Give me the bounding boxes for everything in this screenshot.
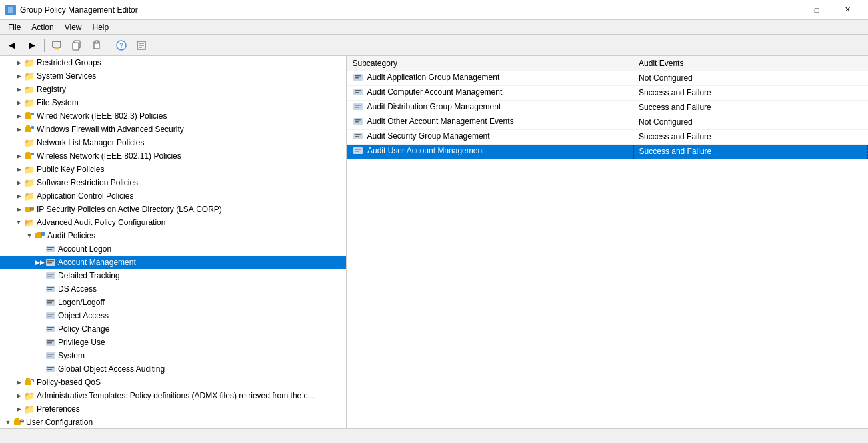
tree-panel[interactable]: 📁 Restricted Groups 📁 System Services 📁 …	[0, 56, 347, 428]
up-button[interactable]	[47, 37, 66, 54]
svg-text:🔒: 🔒	[30, 207, 35, 211]
tree-item-global-object-access[interactable]: Global Object Access Auditing	[0, 362, 346, 376]
expander-public-key[interactable]	[13, 164, 24, 175]
expander-restricted-groups[interactable]	[13, 57, 24, 68]
tree-scroll[interactable]: 📁 Restricted Groups 📁 System Services 📁 …	[0, 56, 346, 428]
tree-item-audit-policies[interactable]: Audit Policies	[0, 229, 346, 242]
tree-item-policy-based-qos[interactable]: Policy-based QoS	[0, 376, 346, 389]
expander-policy-based-qos[interactable]	[13, 377, 24, 388]
audit-events-cell: Success and Failure	[633, 144, 867, 159]
menu-help[interactable]: Help	[87, 20, 115, 35]
tree-item-object-access[interactable]: Object Access	[0, 309, 346, 322]
label-global-object-access: Global Object Access Auditing	[58, 364, 165, 374]
expander-user-configuration[interactable]	[3, 417, 13, 428]
close-button[interactable]: ✕	[832, 0, 863, 20]
table-row[interactable]: Audit Computer Account Management Succes…	[347, 85, 868, 100]
svg-rect-72	[355, 90, 361, 91]
expander-system-services[interactable]	[13, 71, 24, 81]
svg-rect-17	[25, 127, 31, 132]
table-row[interactable]: Audit Other Account Management Events No…	[347, 115, 868, 129]
tree-item-ip-security[interactable]: 🔒 IP Security Policies on Active Directo…	[0, 203, 346, 216]
tree-item-system[interactable]: System	[0, 349, 346, 362]
tree-item-advanced-audit[interactable]: 📂 Advanced Audit Policy Configuration	[0, 216, 346, 229]
expander-application-control[interactable]	[13, 191, 24, 201]
subcategory-cell: Audit Distribution Group Management	[347, 100, 634, 115]
svg-rect-52	[47, 342, 52, 344]
expander-preferences[interactable]	[13, 404, 24, 414]
tree-item-restricted-groups[interactable]: 📁 Restricted Groups	[0, 56, 346, 69]
expander-windows-firewall[interactable]	[13, 124, 24, 135]
forward-button[interactable]: ▶	[23, 37, 41, 54]
svg-rect-81	[355, 134, 361, 135]
expander-admin-templates[interactable]	[13, 390, 24, 401]
tree-item-file-system[interactable]: 📁 File System	[0, 96, 346, 109]
tree-item-software-restriction[interactable]: 📁 Software Restriction Policies	[0, 176, 346, 189]
tree-item-policy-change[interactable]: Policy Change	[0, 322, 346, 336]
copy-button[interactable]	[67, 37, 86, 54]
tree-item-ds-access[interactable]: DS Access	[0, 282, 346, 296]
properties-button[interactable]	[132, 37, 151, 54]
subcategory-icon: Audit Distribution Group Management	[353, 102, 501, 111]
maximize-button[interactable]: □	[801, 0, 832, 20]
tree-item-account-logon[interactable]: Account Logon	[0, 242, 346, 256]
tree-item-privilege-use[interactable]: Privilege Use	[0, 336, 346, 349]
svg-rect-34	[47, 262, 52, 264]
expander-audit-policies[interactable]	[24, 230, 35, 241]
svg-rect-18	[26, 125, 30, 127]
tree-item-wireless-network[interactable]: Wireless Network (IEEE 802.11) Policies	[0, 149, 346, 163]
help-button[interactable]: ?	[112, 37, 131, 54]
table-row[interactable]: Audit User Account Management Success an…	[347, 144, 868, 159]
expander-file-system[interactable]	[13, 97, 24, 108]
tree-item-preferences[interactable]: 📁 Preferences	[0, 402, 346, 416]
label-network-list: Network List Manager Policies	[37, 138, 144, 147]
subcategory-icon: Audit Security Group Management	[353, 131, 490, 141]
svg-rect-75	[355, 105, 361, 106]
menu-action[interactable]: Action	[26, 20, 59, 35]
expander-wired-network[interactable]	[13, 111, 24, 121]
expander-software-restriction[interactable]	[13, 177, 24, 188]
subcategory-icon: Audit Computer Account Management	[353, 87, 503, 97]
tree-item-public-key[interactable]: 📁 Public Key Policies	[0, 163, 346, 176]
menu-file[interactable]: File	[3, 20, 26, 35]
label-file-system: File System	[37, 98, 79, 107]
tree-item-system-services[interactable]: 📁 System Services	[0, 69, 346, 83]
label-admin-templates: Administrative Templates: Policy definit…	[37, 391, 315, 400]
svg-rect-14	[25, 113, 31, 119]
right-panel[interactable]: Subcategory Audit Events Audit Applicati…	[347, 56, 868, 428]
tree-item-detailed-tracking[interactable]: Detailed Tracking	[0, 269, 346, 282]
tree-item-logon-logoff[interactable]: Logon/Logoff	[0, 296, 346, 309]
folder-icon: 📁	[24, 58, 35, 67]
svg-rect-64	[14, 420, 21, 425]
label-detailed-tracking: Detailed Tracking	[58, 271, 120, 280]
tree-item-wired-network[interactable]: Wired Network (IEEE 802.3) Policies	[0, 109, 346, 123]
tree-item-network-list[interactable]: 📁 Network List Manager Policies	[0, 136, 346, 149]
table-row[interactable]: Audit Distribution Group Management Succ…	[347, 100, 868, 115]
tree-item-user-configuration[interactable]: User Configuration	[0, 416, 346, 428]
svg-rect-57	[47, 367, 54, 368]
label-software-restriction: Software Restriction Policies	[37, 178, 138, 187]
tree-item-account-management[interactable]: ▶ Account Management	[0, 256, 346, 269]
expander-registry[interactable]	[13, 84, 24, 95]
expander-ip-security[interactable]	[13, 204, 24, 215]
audit-events-cell: Not Configured	[633, 115, 867, 129]
tree-item-windows-firewall[interactable]: Windows Firewall with Advanced Security	[0, 123, 346, 136]
title-bar-left: Group Policy Management Editor	[5, 5, 138, 15]
tree-item-application-control[interactable]: 📁 Application Control Policies	[0, 189, 346, 203]
policy-icon	[45, 244, 56, 254]
tree-item-registry[interactable]: 📁 Registry	[0, 83, 346, 96]
menu-view[interactable]: View	[59, 20, 87, 35]
expander-account-management[interactable]: ▶	[35, 257, 45, 268]
svg-rect-37	[47, 276, 52, 277]
expander-advanced-audit[interactable]	[13, 217, 24, 228]
policy-icon	[45, 271, 56, 280]
minimize-button[interactable]: –	[771, 0, 801, 20]
table-row[interactable]: Audit Security Group Management Success …	[347, 129, 868, 144]
tree-item-admin-templates[interactable]: 📁 Administrative Templates: Policy defin…	[0, 389, 346, 402]
table-row[interactable]: Audit Application Group Management Not C…	[347, 71, 868, 85]
label-public-key: Public Key Policies	[37, 165, 104, 174]
expander-wireless-network[interactable]	[13, 151, 24, 161]
svg-rect-51	[47, 340, 54, 342]
label-policy-change: Policy Change	[58, 324, 109, 334]
paste-button[interactable]	[87, 37, 106, 54]
back-button[interactable]: ◀	[3, 37, 21, 54]
